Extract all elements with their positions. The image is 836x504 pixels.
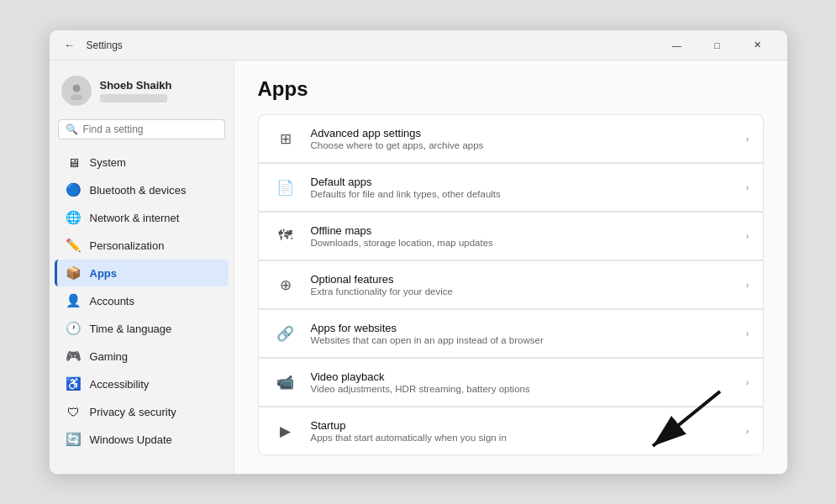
sidebar-item-time[interactable]: 🕐 Time & language [55,315,229,342]
sidebar-item-accounts[interactable]: 👤 Accounts [55,287,229,314]
sidebar-label-system: System [90,156,126,169]
sidebar-item-accessibility[interactable]: ♿ Accessibility [55,370,229,397]
network-icon: 🌐 [66,210,81,225]
sidebar-label-accounts: Accounts [90,295,134,307]
sidebar-label-time: Time & language [90,323,172,335]
page-title: Apps [258,77,764,101]
offline-maps-title: Offline maps [311,224,746,237]
sidebar-label-bluetooth: Bluetooth & devices [90,184,187,197]
settings-item-offline-maps[interactable]: 🗺 Offline maps Downloads, storage locati… [258,212,764,260]
advanced-app-settings-text: Advanced app settings Choose where to ge… [311,127,746,150]
apps-for-websites-icon: 🔗 [272,320,299,347]
startup-desc: Apps that start automatically when you s… [311,433,746,443]
settings-list: ⊞ Advanced app settings Choose where to … [258,114,764,455]
sidebar-item-gaming[interactable]: 🎮 Gaming [55,343,229,370]
gaming-icon: 🎮 [66,349,81,364]
privacy-icon: 🛡 [66,404,81,419]
optional-features-icon: ⊕ [272,271,299,298]
sidebar-item-bluetooth[interactable]: 🔵 Bluetooth & devices [55,176,229,203]
default-apps-desc: Defaults for file and link types, other … [311,189,746,199]
default-apps-text: Default apps Defaults for file and link … [311,176,746,199]
search-icon: 🔍 [66,123,78,135]
sidebar-label-accessibility: Accessibility [90,378,150,391]
default-apps-icon: 📄 [272,174,299,201]
user-profile: Shoeb Shaikh [50,67,234,119]
main-content: Shoeb Shaikh 🔍 🖥 System 🔵 Bluetooth & de… [50,60,787,474]
video-playback-title: Video playback [311,370,746,383]
settings-item-apps-for-websites[interactable]: 🔗 Apps for websites Websites that can op… [258,309,764,357]
titlebar: ← Settings — □ ✕ [50,30,787,60]
startup-text: Startup Apps that start automatically wh… [311,419,746,443]
optional-features-text: Optional features Extra functionality fo… [311,273,746,297]
sidebar-label-gaming: Gaming [90,350,129,363]
offline-maps-chevron: › [746,231,749,241]
offline-maps-icon: 🗺 [272,223,299,249]
avatar [61,76,92,106]
default-apps-title: Default apps [311,176,746,188]
sidebar-item-system[interactable]: 🖥 System [55,149,229,176]
optional-features-chevron: › [746,280,749,290]
search-input[interactable] [83,123,218,135]
sidebar-label-apps: Apps [90,267,118,280]
accounts-icon: 👤 [66,293,81,308]
minimize-button[interactable]: — [658,32,697,59]
startup-icon: ▶ [272,417,299,444]
sidebar-label-personalization: Personalization [90,239,165,252]
sidebar-item-network[interactable]: 🌐 Network & internet [55,204,229,231]
apps-for-websites-chevron: › [746,328,749,339]
bluetooth-icon: 🔵 [66,182,81,197]
apps-for-websites-text: Apps for websites Websites that can open… [311,322,746,345]
default-apps-chevron: › [746,182,749,192]
advanced-app-settings-title: Advanced app settings [311,127,746,139]
personalization-icon: ✏️ [66,238,81,253]
startup-chevron: › [746,426,749,436]
windows-icon: 🔄 [66,432,81,447]
optional-features-title: Optional features [311,273,746,286]
window-controls: — □ ✕ [658,32,777,59]
svg-point-1 [71,94,82,100]
video-playback-chevron: › [746,377,749,387]
video-playback-desc: Video adjustments, HDR streaming, batter… [311,384,746,394]
offline-maps-text: Offline maps Downloads, storage location… [311,224,746,248]
back-button[interactable]: ← [60,35,80,55]
user-email [100,94,167,102]
sidebar: Shoeb Shaikh 🔍 🖥 System 🔵 Bluetooth & de… [50,60,234,474]
maximize-button[interactable]: □ [698,32,737,59]
apps-for-websites-desc: Websites that can open in an app instead… [311,335,746,345]
startup-title: Startup [311,419,746,432]
settings-item-default-apps[interactable]: 📄 Default apps Defaults for file and lin… [258,163,764,211]
settings-item-optional-features[interactable]: ⊕ Optional features Extra functionality … [258,260,764,308]
sidebar-label-windows: Windows Update [90,433,172,446]
sidebar-label-network: Network & internet [90,212,180,224]
offline-maps-desc: Downloads, storage location, map updates [311,238,746,248]
content-area: Apps ⊞ Advanced app settings Choose wher… [234,60,787,474]
sidebar-item-personalization[interactable]: ✏️ Personalization [55,232,229,259]
apps-for-websites-title: Apps for websites [311,322,746,334]
nav-list: 🖥 System 🔵 Bluetooth & devices 🌐 Network… [50,148,234,454]
close-button[interactable]: ✕ [739,32,777,59]
time-icon: 🕐 [66,321,81,336]
optional-features-desc: Extra functionality for your device [311,286,746,297]
svg-point-0 [72,85,80,92]
video-playback-text: Video playback Video adjustments, HDR st… [311,370,746,394]
sidebar-label-privacy: Privacy & security [90,406,176,418]
system-icon: 🖥 [66,155,81,170]
window-title: Settings [87,39,658,51]
settings-item-startup[interactable]: ▶ Startup Apps that start automatically … [258,407,764,455]
accessibility-icon: ♿ [66,376,81,391]
user-name: Shoeb Shaikh [100,79,172,92]
sidebar-item-privacy[interactable]: 🛡 Privacy & security [55,398,229,425]
user-info: Shoeb Shaikh [100,79,172,102]
sidebar-item-apps[interactable]: 📦 Apps [55,260,229,286]
settings-item-advanced-app-settings[interactable]: ⊞ Advanced app settings Choose where to … [258,114,764,162]
advanced-app-settings-desc: Choose where to get apps, archive apps [311,140,746,150]
search-box[interactable]: 🔍 [58,119,225,139]
advanced-app-settings-chevron: › [746,134,749,144]
advanced-app-settings-icon: ⊞ [272,125,299,152]
apps-icon: 📦 [66,265,81,281]
video-playback-icon: 📹 [272,369,299,396]
settings-item-video-playback[interactable]: 📹 Video playback Video adjustments, HDR … [258,358,764,406]
settings-window: ← Settings — □ ✕ Shoeb Shaikh [49,29,788,475]
sidebar-item-windows[interactable]: 🔄 Windows Update [55,426,229,453]
